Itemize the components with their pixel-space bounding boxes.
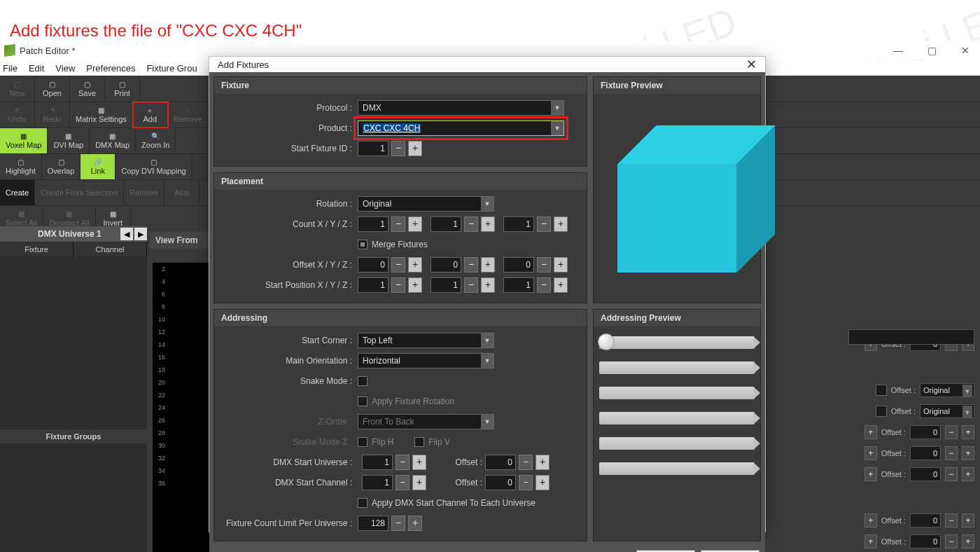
plus-icon[interactable]: + bbox=[864, 513, 877, 527]
minus-icon[interactable]: − bbox=[945, 425, 958, 439]
decrement-button[interactable]: − bbox=[519, 455, 533, 470]
product-select[interactable]: CXC CXC 4CH ▼ bbox=[358, 120, 564, 136]
increment-button[interactable]: + bbox=[554, 277, 568, 293]
minus-icon[interactable]: − bbox=[945, 513, 958, 527]
plus-icon[interactable]: + bbox=[864, 446, 877, 460]
start-corner-select[interactable]: Top Left▼ bbox=[358, 333, 494, 348]
tool-new[interactable]: ▢New bbox=[0, 76, 35, 102]
start-fixture-id-input[interactable]: 1 bbox=[358, 141, 388, 156]
plus-icon[interactable]: + bbox=[962, 467, 974, 481]
minus-icon[interactable]: − bbox=[945, 446, 958, 460]
merge-fixtures-checkbox[interactable] bbox=[358, 240, 368, 249]
increment-button[interactable]: + bbox=[536, 455, 550, 470]
checkbox[interactable] bbox=[876, 406, 887, 417]
dmx-next-button[interactable]: ▶ bbox=[134, 228, 147, 240]
count-y-input[interactable]: 1 bbox=[430, 216, 461, 232]
dmx-prev-button[interactable]: ◀ bbox=[120, 228, 133, 240]
tool-voxel-map[interactable]: ▦Voxel Map bbox=[0, 128, 48, 153]
increment-button[interactable]: + bbox=[408, 216, 422, 232]
decrement-button[interactable]: − bbox=[519, 475, 533, 490]
plus-icon[interactable]: + bbox=[864, 425, 877, 439]
decrement-button[interactable]: − bbox=[464, 216, 478, 232]
decrement-button[interactable]: − bbox=[391, 141, 405, 156]
count-x-input[interactable]: 1 bbox=[358, 216, 388, 232]
right-input[interactable] bbox=[848, 329, 974, 345]
decrement-button[interactable]: − bbox=[391, 257, 405, 272]
startpos-y-input[interactable]: 1 bbox=[430, 277, 461, 293]
dmx-universe-offset-input[interactable]: 0 bbox=[485, 455, 516, 470]
voxel-grid[interactable]: 24681012141618202224262830323436 bbox=[153, 263, 210, 552]
offset-input[interactable]: 0 bbox=[910, 534, 941, 548]
count-z-input[interactable]: 1 bbox=[503, 216, 534, 232]
increment-button[interactable]: + bbox=[408, 516, 422, 531]
snake-mode-checkbox[interactable] bbox=[358, 376, 368, 386]
protocol-select[interactable]: DMX▼ bbox=[358, 100, 564, 116]
tool-open[interactable]: ▢Open bbox=[35, 76, 70, 102]
increment-button[interactable]: + bbox=[412, 475, 426, 490]
menu-file[interactable]: File bbox=[3, 63, 18, 74]
offset-select[interactable]: Original bbox=[920, 404, 974, 418]
dmx-channel-offset-input[interactable]: 0 bbox=[485, 475, 516, 490]
tool-save[interactable]: ▢Save bbox=[70, 76, 105, 102]
increment-button[interactable]: + bbox=[554, 216, 568, 232]
startpos-x-input[interactable]: 1 bbox=[358, 277, 388, 293]
tool-copy-dvi-mapping[interactable]: ▢Copy DVI Mapping bbox=[115, 154, 192, 179]
plus-icon[interactable]: + bbox=[962, 446, 974, 460]
increment-button[interactable]: + bbox=[408, 257, 422, 272]
offset-input[interactable]: 0 bbox=[910, 425, 941, 439]
decrement-button[interactable]: − bbox=[396, 475, 410, 490]
increment-button[interactable]: + bbox=[481, 216, 495, 232]
menu-fixture-groups[interactable]: Fixture Grou bbox=[146, 63, 197, 74]
tool-highlight[interactable]: ▢Highlight bbox=[0, 154, 42, 179]
dmx-start-channel-input[interactable]: 1 bbox=[362, 475, 393, 490]
plus-icon[interactable]: + bbox=[962, 513, 974, 527]
offset-input[interactable]: 0 bbox=[910, 446, 941, 460]
offset-z-input[interactable]: 0 bbox=[503, 257, 534, 272]
dialog-close-icon[interactable]: ✕ bbox=[746, 57, 757, 72]
tool-create-from-selection[interactable]: Create From Selection bbox=[35, 180, 124, 205]
tool-dmx-map[interactable]: ▦DMX Map bbox=[90, 128, 136, 153]
rotation-select[interactable]: Original▼ bbox=[358, 196, 494, 212]
checkbox[interactable] bbox=[876, 385, 887, 396]
fixture-count-limit-input[interactable]: 128 bbox=[358, 516, 388, 531]
decrement-button[interactable]: − bbox=[537, 257, 551, 272]
decrement-button[interactable]: − bbox=[464, 277, 478, 293]
tool-create[interactable]: Create bbox=[0, 180, 35, 205]
plus-icon[interactable]: + bbox=[864, 534, 877, 548]
z-order-select[interactable]: Front To Back▼ bbox=[358, 414, 494, 429]
tool-dvi-map[interactable]: ▦DVI Map bbox=[48, 128, 90, 153]
decrement-button[interactable]: − bbox=[396, 455, 410, 470]
increment-button[interactable]: + bbox=[408, 277, 422, 293]
tool-remove[interactable]: －Remove bbox=[168, 102, 209, 127]
tool-add[interactable]: ＋Add bbox=[133, 102, 168, 127]
window-close-icon[interactable]: ✕ bbox=[955, 45, 976, 56]
menu-preferences[interactable]: Preferences bbox=[86, 63, 135, 74]
minus-icon[interactable]: − bbox=[945, 467, 958, 481]
main-orientation-select[interactable]: Horizontal▼ bbox=[358, 353, 494, 368]
apply-dmx-start-channel-checkbox[interactable] bbox=[358, 498, 368, 508]
decrement-button[interactable]: − bbox=[391, 277, 405, 293]
tool-remove-group[interactable]: Remove bbox=[124, 180, 164, 205]
increment-button[interactable]: + bbox=[481, 277, 495, 293]
tool-undo[interactable]: ↶Undo bbox=[0, 102, 35, 127]
decrement-button[interactable]: − bbox=[537, 277, 551, 293]
tab-channel[interactable]: Channel bbox=[74, 242, 147, 257]
increment-button[interactable]: + bbox=[554, 257, 568, 272]
tool-link[interactable]: 🔗Link bbox=[80, 154, 115, 179]
decrement-button[interactable]: − bbox=[391, 516, 405, 531]
tool-matrix-settings[interactable]: ▦Matrix Settings bbox=[70, 102, 133, 127]
tool-print[interactable]: ▢Print bbox=[105, 76, 140, 102]
tool-overlap[interactable]: ▢Overlap bbox=[42, 154, 81, 179]
plus-icon[interactable]: + bbox=[962, 425, 974, 439]
increment-button[interactable]: + bbox=[536, 475, 550, 490]
offset-input[interactable]: 0 bbox=[910, 513, 941, 527]
offset-x-input[interactable]: 0 bbox=[358, 257, 388, 272]
startpos-z-input[interactable]: 1 bbox=[503, 277, 534, 293]
dmx-start-universe-input[interactable]: 1 bbox=[362, 455, 393, 470]
offset-input[interactable]: 0 bbox=[910, 467, 941, 481]
decrement-button[interactable]: − bbox=[537, 216, 551, 232]
offset-y-input[interactable]: 0 bbox=[430, 257, 461, 272]
decrement-button[interactable]: − bbox=[391, 216, 405, 232]
plus-icon[interactable]: + bbox=[962, 534, 974, 548]
window-minimize-icon[interactable]: — bbox=[888, 45, 909, 56]
